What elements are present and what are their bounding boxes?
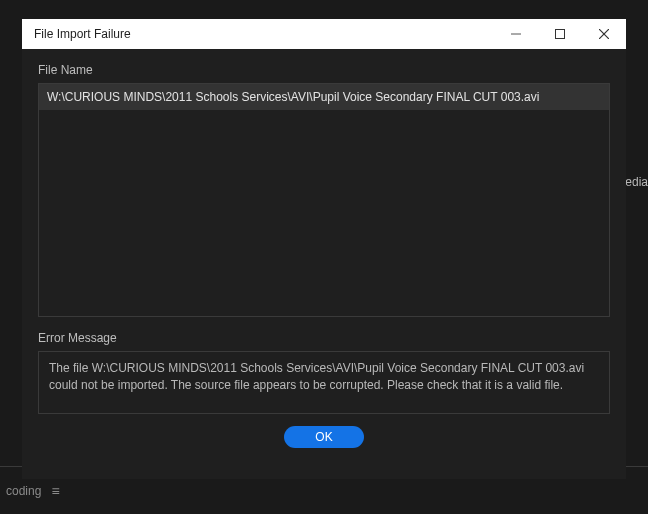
close-button[interactable] [582,19,626,49]
maximize-button[interactable] [538,19,582,49]
dialog-body: File Name W:\CURIOUS MINDS\2011 Schools … [22,49,626,479]
titlebar: File Import Failure [22,19,626,49]
ok-button[interactable]: OK [284,426,364,448]
minimize-button[interactable] [494,19,538,49]
file-row[interactable]: W:\CURIOUS MINDS\2011 Schools Services\A… [39,84,609,110]
background-clipped-text: edia [625,175,648,189]
dialog-title: File Import Failure [34,27,494,41]
file-import-failure-dialog: File Import Failure File Name W:\CURIOUS… [22,19,626,479]
error-message-text: The file W:\CURIOUS MINDS\2011 Schools S… [38,351,610,414]
status-bar-text: coding [6,484,41,498]
file-list[interactable]: W:\CURIOUS MINDS\2011 Schools Services\A… [38,83,610,317]
error-message-label: Error Message [38,331,610,345]
svg-rect-1 [556,30,565,39]
error-panel: Error Message The file W:\CURIOUS MINDS\… [38,331,610,414]
file-name-label: File Name [38,63,610,77]
button-row: OK [38,414,610,450]
hamburger-icon[interactable]: ≡ [51,483,59,499]
